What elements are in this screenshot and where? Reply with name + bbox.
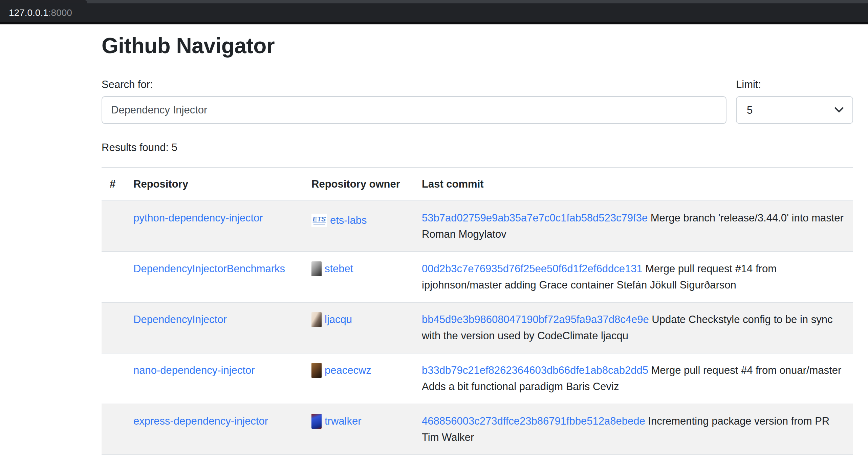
limit-group: Limit: 5 (736, 78, 853, 124)
table-row: DependencyInjectorBenchmarks stebet 00d2… (102, 252, 853, 302)
owner-cell: trwalker (311, 413, 362, 429)
owner-cell: ETS ets-labs (311, 212, 367, 229)
col-header-index: # (102, 168, 125, 201)
owner-avatar (311, 261, 322, 276)
table-header-row: # Repository Repository owner Last commi… (102, 168, 853, 201)
browser-tab-strip (0, 0, 868, 3)
owner-link[interactable]: ljacqu (325, 312, 352, 328)
table-row: nano-dependency-injector peacecwz b33db7… (102, 353, 853, 404)
row-index-cell (102, 353, 125, 404)
row-index-cell (102, 404, 125, 455)
results-table: # Repository Repository owner Last commi… (102, 167, 853, 455)
col-header-last-commit: Last commit (414, 168, 853, 201)
browser-url-bar[interactable]: 127.0.0.1:8000 (0, 3, 868, 22)
repo-link[interactable]: DependencyInjector (133, 314, 227, 325)
search-form: Search for: Limit: 5 (102, 78, 853, 124)
owner-avatar (311, 363, 322, 378)
page-title: Github Navigator (102, 34, 853, 58)
commit-hash-link[interactable]: bb45d9e3b98608047190bf72a95fa9a37d8c4e9e (422, 314, 649, 325)
search-input[interactable] (102, 96, 726, 124)
owner-avatar (311, 312, 322, 327)
commit-hash-link[interactable]: b33db79c21ef8262364603db66dfe1ab8cab2dd5 (422, 364, 648, 376)
search-group: Search for: (102, 78, 726, 124)
owner-link[interactable]: trwalker (325, 413, 362, 429)
table-row: express-dependency-injector trwalker 468… (102, 404, 853, 455)
page-content: Github Navigator Search for: Limit: 5 Re… (0, 34, 868, 455)
owner-avatar (311, 414, 322, 429)
owner-cell: ljacqu (311, 312, 352, 328)
search-label: Search for: (102, 78, 726, 91)
commit-hash-link[interactable]: 468856003c273dffce23b86791fbbe512a8ebede (422, 415, 645, 427)
repo-link[interactable]: DependencyInjectorBenchmarks (133, 263, 285, 275)
ets-logo-text: ETS (313, 215, 326, 223)
results-count: Results found: 5 (102, 140, 853, 155)
owner-link[interactable]: peacecwz (325, 362, 371, 379)
row-index-cell (102, 201, 125, 252)
commit-hash-link[interactable]: 53b7ad02759e9ab35a7e7c0c1fab58d523c79f3e (422, 212, 648, 224)
owner-link[interactable]: ets-labs (330, 212, 367, 229)
limit-label: Limit: (736, 78, 853, 91)
owner-cell: peacecwz (311, 362, 371, 379)
url-host: 127.0.0.1 (9, 7, 48, 18)
browser-active-tab[interactable] (0, 0, 87, 3)
table-row: DependencyInjector ljacqu bb45d9e3b98608… (102, 302, 853, 353)
browser-chrome: 127.0.0.1:8000 (0, 0, 868, 24)
col-header-repository: Repository (125, 168, 303, 201)
repo-link[interactable]: express-dependency-injector (133, 415, 268, 427)
row-index-cell (102, 252, 125, 302)
repo-link[interactable]: python-dependency-injector (133, 212, 263, 224)
owner-link[interactable]: stebet (325, 261, 353, 277)
owner-cell: stebet (311, 261, 353, 277)
commit-hash-link[interactable]: 00d2b3c7e76935d76f25ee50f6d1f2ef6ddce131 (422, 263, 643, 275)
repo-link[interactable]: nano-dependency-injector (133, 364, 255, 376)
limit-select-wrap: 5 (736, 96, 853, 124)
owner-avatar: ETS (311, 214, 327, 227)
limit-select[interactable]: 5 (736, 96, 853, 124)
row-index-cell (102, 302, 125, 353)
table-row: python-dependency-injector ETS ets-labs … (102, 201, 853, 252)
url-port: :8000 (48, 7, 72, 18)
chrome-divider (0, 22, 868, 24)
col-header-owner: Repository owner (303, 168, 414, 201)
